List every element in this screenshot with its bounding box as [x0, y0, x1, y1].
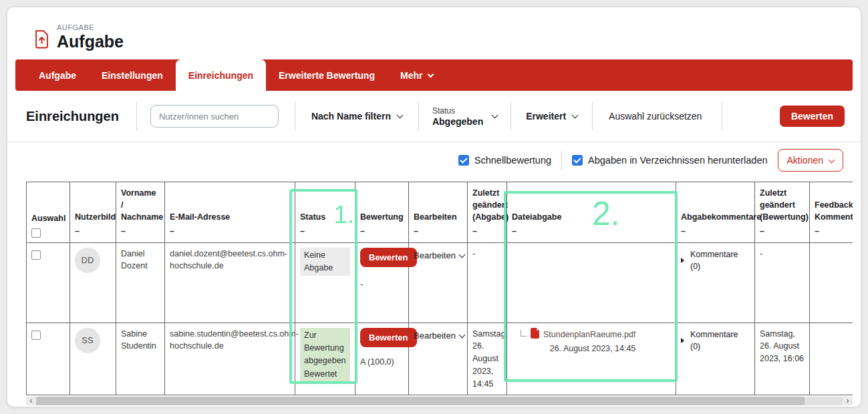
col-label: Auswahl — [31, 214, 65, 223]
reset-selection-link[interactable]: Auswahl zurücksetzen — [609, 111, 702, 122]
comments-toggle[interactable]: Kommentare (0) — [681, 248, 750, 274]
primary-nav: Aufgabe Einstellungen Einreichungen Erwe… — [15, 59, 853, 91]
hide-column-control[interactable]: – — [170, 225, 179, 237]
grade-row-button[interactable]: Bewerten — [360, 328, 417, 347]
comments-toggle[interactable]: Kommentare (0) — [681, 328, 750, 354]
grade-value: - — [360, 278, 404, 291]
table-viewport: Auswahl Nutzerbild – Vorname / Nachname … — [26, 182, 853, 405]
grade-value: A (100,0) — [360, 356, 404, 369]
page-card: AUFGABE Aufgabe Aufgabe Einstellungen Ei… — [7, 7, 861, 407]
select-all-checkbox[interactable] — [31, 228, 41, 238]
user-name-link[interactable]: Sabine Studentin — [121, 329, 156, 351]
file-date: 26. August 2023, 14:45 — [521, 343, 635, 355]
search-input[interactable] — [150, 105, 279, 128]
hide-column-control[interactable]: – — [472, 225, 482, 237]
col-label: Bewertung — [360, 212, 404, 222]
col-header-feedback: Feedback als Kommentar – — [810, 182, 853, 243]
file-name-link[interactable]: StundenplanRaeume.pdf — [543, 329, 635, 341]
hide-column-control[interactable]: – — [681, 225, 690, 237]
col-header-bewertung: Bewertung – — [355, 182, 409, 243]
download-folders-label: Abgaben in Verzeichnissen herunterladen — [588, 155, 767, 166]
section-title: Einreichungen — [26, 109, 119, 124]
chevron-down-icon — [397, 112, 404, 119]
email-text: sabine.studentin@beetest.cs.ohm-hochschu… — [170, 329, 299, 351]
horizontal-scrollbar[interactable]: ‹ › — [26, 397, 853, 405]
name-filter-label: Nach Name filtern — [311, 111, 391, 122]
scrollbar-track[interactable] — [805, 397, 843, 405]
col-header-name: Vorname / Nachname – — [116, 182, 165, 243]
tab-aufgabe[interactable]: Aufgabe — [26, 59, 89, 91]
row-select-checkbox[interactable] — [31, 250, 41, 260]
hide-column-control[interactable]: – — [75, 225, 84, 237]
col-header-zuletzt-bewertung: Zuletzt geändert (Bewertung) – — [755, 182, 810, 243]
page-type-label: AUFGABE — [57, 23, 124, 31]
actions-button[interactable]: Aktionen — [778, 149, 843, 172]
advanced-filter-dropdown[interactable]: Erweitert — [526, 111, 577, 122]
status-badge: Keine Abgabe — [300, 248, 350, 276]
hide-column-control[interactable]: – — [815, 225, 824, 237]
download-folders-checkbox[interactable] — [572, 155, 583, 166]
grade-button[interactable]: Bewerten — [780, 106, 845, 127]
file-submission-cell — [507, 242, 676, 323]
tab-einstellungen[interactable]: Einstellungen — [89, 59, 176, 91]
avatar[interactable]: SS — [75, 328, 100, 353]
last-modified-submission: Samstag, 26. August 2023, 14:45 — [472, 329, 508, 389]
col-header-auswahl: Auswahl — [27, 182, 70, 243]
col-label: Bearbeiten — [414, 212, 457, 222]
hide-column-control[interactable]: – — [760, 225, 769, 237]
hide-column-control[interactable]: – — [414, 225, 423, 237]
chevron-down-icon — [829, 156, 835, 163]
quick-grading-option[interactable]: Schnellbewertung — [458, 155, 551, 166]
scrollbar-thumb[interactable] — [36, 397, 805, 405]
col-header-bearbeiten: Bearbeiten – — [409, 182, 468, 243]
filter-bar: Einreichungen Nach Name filtern Status A… — [7, 91, 861, 142]
row-select-checkbox[interactable] — [31, 331, 41, 340]
col-header-zuletzt-abgabe: Zuletzt geändert (Abgabe) – — [468, 182, 507, 243]
col-label: Abgabekommentare — [681, 212, 761, 222]
last-modified-grade: Samstag, 26. August 2023, 16:06 — [760, 329, 804, 364]
status-filter-dropdown[interactable]: Status Abgegeben — [432, 106, 497, 127]
tab-einreichungen[interactable]: Einreichungen — [176, 59, 266, 91]
col-label: Status — [300, 212, 325, 222]
tab-mehr[interactable]: Mehr — [388, 59, 446, 91]
col-header-status: Status – — [295, 182, 355, 243]
edit-dropdown[interactable]: Bearbeiten — [414, 248, 462, 262]
page-header: AUFGABE Aufgabe — [34, 23, 124, 51]
col-label: Nutzerbild — [75, 212, 116, 222]
name-filter-dropdown[interactable]: Nach Name filtern — [311, 111, 402, 122]
chevron-down-icon — [458, 251, 465, 258]
edit-dropdown-label: Bearbeiten — [414, 329, 456, 343]
page-header-text: AUFGABE Aufgabe — [57, 23, 124, 51]
grade-row-button[interactable]: Bewerten — [360, 248, 417, 267]
divider — [592, 101, 593, 131]
edit-dropdown[interactable]: Bearbeiten — [414, 328, 462, 343]
scroll-left-button[interactable]: ‹ — [26, 397, 36, 405]
quick-grading-checkbox[interactable] — [458, 155, 469, 166]
hide-column-control[interactable]: – — [300, 225, 309, 237]
chevron-down-icon — [458, 331, 465, 338]
col-label: Zuletzt geändert (Abgabe) — [472, 188, 509, 222]
status-text: Bewertet — [304, 369, 337, 379]
divider — [722, 101, 722, 131]
avatar[interactable]: DD — [75, 248, 100, 273]
hide-column-control[interactable]: – — [121, 225, 130, 237]
chevron-down-icon — [492, 112, 498, 119]
table-header-row: Auswahl Nutzerbild – Vorname / Nachname … — [27, 182, 853, 243]
tab-erweiterte-bewertung[interactable]: Erweiterte Bewertung — [266, 59, 388, 91]
submissions-table: Auswahl Nutzerbild – Vorname / Nachname … — [26, 182, 853, 395]
user-name-link[interactable]: Daniel Dozent — [121, 249, 148, 271]
comments-label: Kommentare (0) — [690, 248, 750, 274]
email-text: daniel.dozent@beetest.cs.ohm-hochschule.… — [170, 249, 287, 271]
col-label: Feedback als Kommentar — [815, 200, 853, 222]
divider — [136, 101, 137, 131]
edit-dropdown-label: Bearbeiten — [414, 249, 456, 262]
table-row: SS Sabine Studentin sabine.studentin@bee… — [27, 323, 853, 395]
divider — [418, 101, 419, 131]
scroll-right-button[interactable]: › — [843, 397, 853, 405]
hide-column-control[interactable]: – — [512, 225, 521, 237]
comments-label: Kommentare (0) — [690, 329, 750, 354]
col-header-nutzerbild: Nutzerbild – — [70, 182, 116, 243]
hide-column-control[interactable]: – — [360, 225, 370, 237]
status-filter-label: Status — [432, 106, 483, 116]
download-folders-option[interactable]: Abgaben in Verzeichnissen herunterladen — [572, 155, 767, 166]
